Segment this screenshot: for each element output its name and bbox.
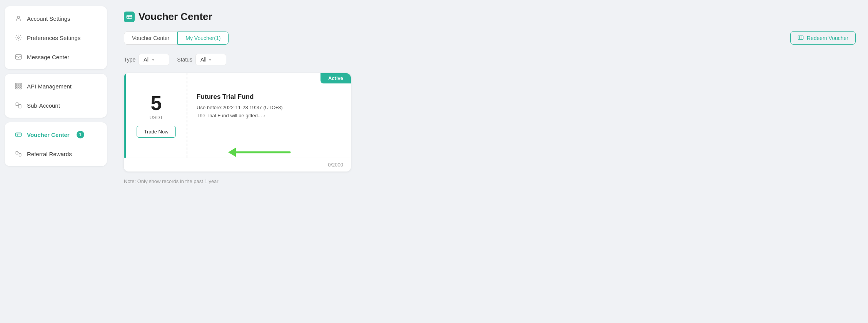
svg-rect-12: [16, 103, 18, 106]
main-content: Voucher Center Voucher Center My Voucher…: [112, 0, 868, 323]
voucher-card: 5 USDT Trade Now Active Futures Trial Fu…: [124, 73, 351, 171]
voucher-expiry: Use before:2022-11-28 19:37 (UTC+8): [197, 105, 343, 110]
sidebar: Account Settings Preferences Settings Me…: [0, 0, 112, 323]
svg-rect-6: [16, 85, 17, 87]
sidebar-item-referral-rewards-label: Referral Rewards: [27, 151, 72, 157]
gear-icon: [15, 34, 22, 42]
voucher-desc-arrow: ›: [264, 113, 265, 118]
sidebar-group-voucher: Voucher Center 1 Referral Rewards: [5, 122, 107, 166]
sidebar-item-account-settings-label: Account Settings: [27, 15, 70, 22]
voucher-progress: 0/2000: [328, 162, 343, 168]
svg-rect-10: [18, 88, 19, 89]
chevron-down-icon-2: ▾: [209, 57, 211, 62]
tab-my-voucher[interactable]: My Voucher(1): [177, 32, 229, 45]
svg-rect-8: [20, 85, 22, 87]
voucher-badge: 1: [77, 131, 84, 138]
type-filter-label: Type: [124, 57, 135, 63]
note-text: Note: Only show records in the past 1 ye…: [124, 178, 856, 184]
svg-rect-18: [798, 36, 803, 39]
person-icon: [15, 15, 22, 22]
sidebar-item-preferences-settings-label: Preferences Settings: [27, 35, 80, 41]
sidebar-item-api-management[interactable]: API Management: [7, 77, 105, 95]
status-filter-group: Status All ▾: [177, 54, 226, 65]
redeem-voucher-label: Redeem Voucher: [807, 35, 848, 41]
voucher-currency: USDT: [149, 115, 163, 120]
type-filter-value: All: [144, 57, 150, 63]
sidebar-group-account: Account Settings Preferences Settings Me…: [5, 6, 107, 69]
voucher-amount: 5: [151, 93, 162, 113]
sidebar-group-api: API Management Sub-Account: [5, 74, 107, 118]
status-filter-label: Status: [177, 57, 192, 63]
sidebar-item-voucher-center-label: Voucher Center: [27, 132, 70, 138]
api-icon: [15, 82, 22, 90]
sidebar-item-message-center-label: Message Center: [27, 54, 69, 60]
svg-rect-15: [16, 152, 18, 154]
svg-rect-14: [16, 133, 22, 137]
subaccount-icon: [15, 102, 22, 109]
svg-rect-9: [16, 88, 17, 89]
tabs: Voucher Center My Voucher(1): [124, 32, 229, 45]
svg-rect-13: [19, 105, 21, 108]
voucher-title: Futures Trial Fund: [197, 93, 343, 101]
voucher-right-panel: Active Futures Trial Fund Use before:202…: [187, 73, 351, 158]
svg-point-0: [17, 16, 20, 18]
referral-icon: [15, 150, 22, 158]
status-filter-value: All: [200, 57, 207, 63]
chevron-down-icon: ▾: [152, 57, 154, 62]
redeem-voucher-button[interactable]: Redeem Voucher: [790, 31, 856, 45]
page-title: Voucher Center: [124, 11, 856, 23]
page-title-icon: [124, 12, 135, 22]
voucher-description[interactable]: The Trial Fund will be gifted... ›: [197, 113, 343, 118]
sidebar-item-preferences-settings[interactable]: Preferences Settings: [7, 28, 105, 47]
sidebar-item-message-center[interactable]: Message Center: [7, 48, 105, 66]
svg-rect-17: [127, 15, 132, 18]
svg-rect-2: [16, 55, 22, 59]
voucher-icon: [15, 131, 22, 138]
trade-now-button[interactable]: Trade Now: [137, 126, 175, 138]
voucher-left-panel: 5 USDT Trade Now: [124, 73, 187, 158]
sidebar-item-referral-rewards[interactable]: Referral Rewards: [7, 145, 105, 163]
status-filter-select[interactable]: All ▾: [195, 54, 226, 65]
tabs-row: Voucher Center My Voucher(1) Redeem Vouc…: [124, 31, 856, 45]
tab-voucher-center[interactable]: Voucher Center: [124, 32, 177, 45]
type-filter-group: Type All ▾: [124, 54, 169, 65]
type-filter-select[interactable]: All ▾: [139, 54, 169, 65]
page-title-text: Voucher Center: [139, 11, 212, 23]
voucher-cards-area: 5 USDT Trade Now Active Futures Trial Fu…: [124, 73, 856, 171]
redeem-icon: [798, 35, 804, 41]
active-badge: Active: [320, 73, 351, 83]
sidebar-item-account-settings[interactable]: Account Settings: [7, 9, 105, 28]
svg-point-1: [18, 37, 20, 39]
voucher-desc-text: The Trial Fund will be gifted...: [197, 113, 262, 118]
svg-rect-3: [16, 83, 17, 85]
filters-row: Type All ▾ Status All ▾: [124, 54, 856, 65]
sidebar-item-voucher-center[interactable]: Voucher Center 1: [7, 125, 105, 144]
voucher-footer: 0/2000: [124, 158, 351, 171]
svg-rect-4: [18, 83, 19, 85]
svg-rect-16: [19, 153, 21, 156]
svg-rect-5: [20, 83, 22, 85]
svg-rect-11: [20, 88, 22, 89]
sidebar-item-sub-account-label: Sub-Account: [27, 102, 60, 109]
svg-rect-7: [18, 85, 19, 87]
message-icon: [15, 53, 22, 61]
sidebar-item-api-management-label: API Management: [27, 83, 72, 90]
sidebar-item-sub-account[interactable]: Sub-Account: [7, 96, 105, 115]
voucher-card-body: 5 USDT Trade Now Active Futures Trial Fu…: [124, 73, 351, 158]
